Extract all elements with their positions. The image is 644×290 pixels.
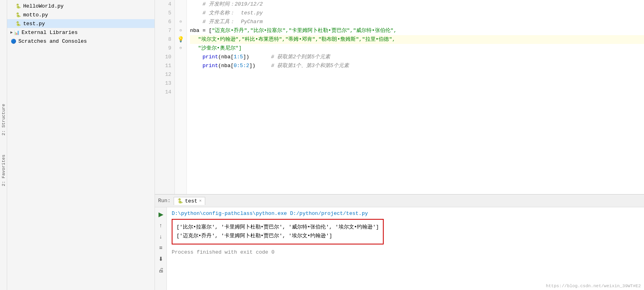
- expand-arrow: ▶: [10, 30, 13, 35]
- code-line-13: [190, 79, 644, 88]
- gutter-9[interactable]: ⊖: [175, 44, 186, 53]
- code-line-4: # 开发时间：2019/12/2: [190, 0, 644, 9]
- code-text-10e: 1:5: [234, 53, 243, 62]
- external-libraries[interactable]: ▶ 📊 External Libraries: [7, 28, 155, 37]
- code-text-8: "埃尔文•约翰逊","科比•布莱恩特","蒂姆•邓肯","勒布朗•詹姆斯","拉…: [198, 35, 395, 44]
- gutter-7[interactable]: ⊖: [175, 26, 186, 35]
- python-file-icon-motto: 🐍: [15, 12, 22, 18]
- run-tab-close[interactable]: ×: [199, 199, 202, 203]
- code-line-11: print(nba[0:5:2]) # 获取第1个、第3个和第5个元素: [190, 62, 644, 70]
- run-tab-icon: 🐍: [177, 198, 183, 204]
- file-motto-label: motto.py: [23, 12, 48, 18]
- ln14: 14: [155, 88, 174, 97]
- favorites-tab[interactable]: 2: Favorites: [0, 153, 7, 188]
- run-tab-label: test: [185, 198, 197, 204]
- code-text-11c: nba: [221, 62, 230, 70]
- editor-content: 4 5 6 7 8 9 10 11 12 13 14 ⊖ ⊖ 💡 ⊖: [155, 0, 644, 194]
- bottom-url-area: https://blog.csdn.net/weixin_39WT#E2: [564, 207, 644, 290]
- run-output-line-2: ['迈克尔•乔丹', '卡里姆阿卜杜勒•贾巴尔', '埃尔文•约翰逊']: [176, 232, 379, 240]
- run-finish-text: Process finished with exit code 0: [172, 249, 559, 255]
- external-libraries-label: External Libraries: [22, 30, 77, 36]
- run-toolbar: ▶ ↑ ↓ ≡ ⬇ 🖨: [155, 207, 167, 290]
- ln7: 7: [155, 26, 174, 35]
- code-line-14: [190, 88, 644, 97]
- python-file-icon: 🐍: [15, 3, 22, 9]
- gutter-12: [175, 70, 186, 79]
- lightbulb-icon[interactable]: 💡: [177, 35, 184, 44]
- scratches-and-consoles[interactable]: 🔵 Scratches and Consoles: [7, 37, 155, 46]
- code-text-10d: [: [230, 53, 234, 62]
- code-text-5: # 文件名称： test.py: [190, 9, 263, 18]
- ln6: 6: [155, 18, 174, 26]
- run-body: ▶ ↑ ↓ ≡ ⬇ 🖨 D:\python\config-pathclass\p…: [155, 207, 644, 290]
- editor-area: 4 5 6 7 8 9 10 11 12 13 14 ⊖ ⊖ 💡 ⊖: [155, 0, 644, 290]
- file-motto[interactable]: 🐍 motto.py: [7, 10, 155, 19]
- code-text-10a: print: [190, 53, 218, 62]
- code-line-5: # 文件名称： test.py: [190, 9, 644, 18]
- code-text-4: # 开发时间：2019/12/2: [190, 0, 263, 9]
- run-scroll-end-button[interactable]: ⬇: [157, 254, 165, 263]
- file-test[interactable]: 🐍 test.py: [7, 19, 155, 28]
- code-line-8: "埃尔文•约翰逊","科比•布莱恩特","蒂姆•邓肯","勒布朗•詹姆斯","拉…: [190, 35, 644, 44]
- ln11: 11: [155, 62, 174, 70]
- structure-tab[interactable]: 2: Structure: [0, 102, 7, 137]
- python-file-icon-test: 🐍: [15, 20, 22, 27]
- gutter-5: [175, 9, 186, 18]
- ln13: 13: [155, 79, 174, 88]
- code-text-7b: "迈克尔•乔丹","比尔•拉塞尔","卡里姆阿卜杜勒•贾巴尔","威尔特•张伯伦…: [212, 26, 397, 35]
- run-output-box: ['比尔•拉塞尔', '卡里姆阿卜杜勒•贾巴尔', '威尔特•张伯伦', '埃尔…: [172, 219, 384, 244]
- run-down-button[interactable]: ↓: [157, 232, 165, 241]
- code-line-6: # 开发工具： PyCharm: [190, 18, 644, 26]
- run-label: Run:: [158, 198, 170, 204]
- code-text-11b: (: [218, 62, 221, 70]
- run-path: D:\python\config-pathclass\python.exe D:…: [172, 211, 559, 217]
- code-text-11e: 0:5:2: [234, 62, 249, 70]
- scratches-label: Scratches and Consoles: [18, 38, 87, 44]
- gutter-4: [175, 0, 186, 9]
- file-tree: 🐍 HelloWorld.py 🐍 motto.py 🐍 test.py ▶ 📊…: [7, 0, 155, 290]
- gutter-13: [175, 79, 186, 88]
- run-output-line-1: ['比尔•拉塞尔', '卡里姆阿卜杜勒•贾巴尔', '威尔特•张伯伦', '埃尔…: [176, 223, 379, 232]
- code-text-11g: # 获取第1个、第3个和第5个元素: [256, 62, 349, 70]
- code-text-10c: nba: [221, 53, 230, 62]
- code-text-11a: print: [190, 62, 218, 70]
- ln4: 4: [155, 0, 174, 9]
- ln9: 9: [155, 44, 174, 53]
- code-text-11f: ]): [249, 62, 256, 70]
- code-text-10g: # 获取第2个到第5个元素: [249, 53, 330, 62]
- file-helloworld[interactable]: 🐍 HelloWorld.py: [7, 2, 155, 10]
- gutter-10: [175, 53, 186, 62]
- run-output[interactable]: D:\python\config-pathclass\python.exe D:…: [167, 207, 564, 290]
- run-up-button[interactable]: ↑: [157, 221, 165, 230]
- left-panel-labels: 2: Structure 2: Favorites: [0, 0, 7, 290]
- ln8: 8: [155, 35, 174, 44]
- run-play-button[interactable]: ▶: [157, 210, 165, 218]
- code-text-9: "沙奎尔•奥尼尔"]: [198, 44, 242, 53]
- gutter-11: [175, 62, 186, 70]
- code-text-6: # 开发工具： PyCharm: [190, 18, 263, 26]
- code-line-9: "沙奎尔•奥尼尔"]: [190, 44, 644, 53]
- scratch-icon: 🔵: [10, 38, 17, 44]
- gutter-6[interactable]: ⊖: [175, 18, 186, 26]
- run-panel-header: Run: 🐍 test ×: [155, 195, 644, 207]
- ln12: 12: [155, 70, 174, 79]
- code-content[interactable]: # 开发时间：2019/12/2 # 文件名称： test.py # 开发工具：…: [187, 0, 644, 194]
- code-line-7: nba = ["迈克尔•乔丹","比尔•拉塞尔","卡里姆阿卜杜勒•贾巴尔","…: [190, 26, 644, 35]
- run-print-button[interactable]: 🖨: [157, 266, 165, 274]
- file-helloworld-label: HelloWorld.py: [23, 3, 63, 9]
- file-test-label: test.py: [23, 21, 45, 27]
- code-text-11d: [: [230, 62, 234, 70]
- gutter-8: 💡: [175, 35, 186, 44]
- library-icon: 📊: [14, 29, 20, 36]
- run-panel: Run: 🐍 test × ▶ ↑ ↓ ≡ ⬇ 🖨 D:\python\con: [155, 194, 644, 290]
- gutter-14: [175, 88, 186, 97]
- code-line-12: [190, 70, 644, 79]
- ln5: 5: [155, 9, 174, 18]
- run-wrap-button[interactable]: ≡: [157, 243, 165, 252]
- run-tab-test[interactable]: 🐍 test ×: [174, 197, 205, 205]
- ln10: 10: [155, 53, 174, 62]
- gutter-area: ⊖ ⊖ 💡 ⊖: [175, 0, 187, 194]
- line-numbers: 4 5 6 7 8 9 10 11 12 13 14: [155, 0, 175, 194]
- code-text-7a: nba = [: [190, 26, 212, 35]
- code-line-10: print(nba[1:5]) # 获取第2个到第5个元素: [190, 53, 644, 62]
